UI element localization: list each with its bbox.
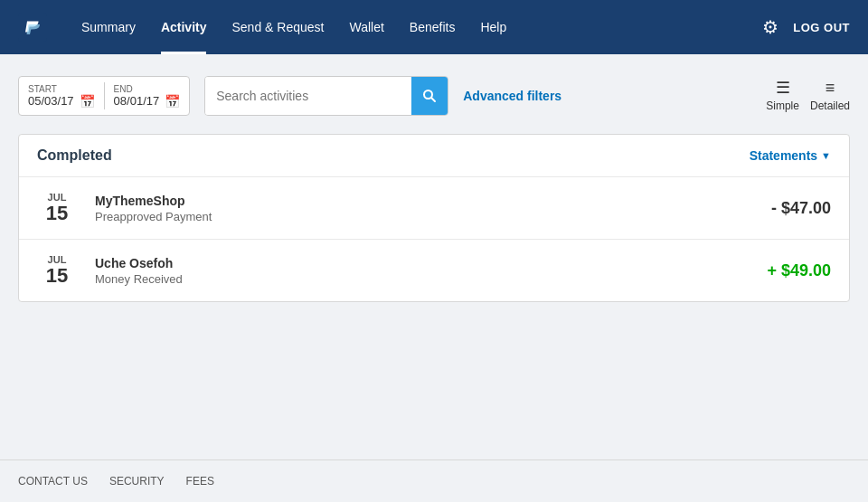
end-calendar-icon[interactable]: 📅: [165, 94, 180, 109]
chevron-down-icon: ▼: [821, 150, 831, 161]
footer-contact-us[interactable]: CONTACT US: [18, 475, 88, 488]
svg-line-2: [431, 98, 435, 101]
nav-activity[interactable]: Activity: [148, 0, 220, 54]
transaction-amount: - $47.00: [771, 199, 831, 218]
start-date-label: Start: [28, 84, 95, 94]
detailed-view-icon: ≡: [826, 80, 835, 96]
statements-label: Statements: [750, 148, 817, 163]
main-content: Start 05/03/17 📅 End 08/01/17 📅: [0, 54, 868, 459]
transaction-day: 15: [46, 265, 68, 287]
footer-security[interactable]: SECURITY: [109, 475, 165, 488]
nav-summary[interactable]: Summary: [69, 0, 148, 54]
start-date-field: Start 05/03/17 📅: [19, 77, 104, 115]
statements-button[interactable]: Statements ▼: [750, 148, 831, 163]
search-button[interactable]: [411, 77, 448, 115]
simple-view-label: Simple: [766, 99, 799, 112]
settings-icon[interactable]: ⚙: [762, 16, 778, 38]
transaction-name: Uche Osefoh: [95, 256, 767, 270]
panel-title: Completed: [37, 147, 112, 164]
search-input[interactable]: [205, 77, 411, 115]
logout-button[interactable]: LOG OUT: [793, 21, 850, 34]
footer-fees[interactable]: FEES: [186, 475, 214, 488]
end-date-field: End 08/01/17 📅: [105, 77, 190, 115]
nav-wallet[interactable]: Wallet: [336, 0, 396, 54]
transaction-day: 15: [46, 203, 68, 224]
end-date-label: End: [114, 84, 181, 94]
transaction-details: MyThemeShop Preapproved Payment: [95, 194, 771, 223]
search-box: [204, 76, 448, 116]
navbar: Summary Activity Send & Request Wallet B…: [0, 0, 868, 54]
detailed-view-label: Detailed: [810, 99, 850, 112]
view-toggle: ☰ Simple ≡ Detailed: [766, 80, 850, 112]
panel-header: Completed Statements ▼: [19, 135, 849, 177]
footer: CONTACT US SECURITY FEES: [0, 459, 868, 502]
transaction-amount: + $49.00: [767, 261, 831, 280]
nav-links: Summary Activity Send & Request Wallet B…: [69, 0, 762, 54]
nav-send-request[interactable]: Send & Request: [219, 0, 336, 54]
start-calendar-icon[interactable]: 📅: [80, 94, 95, 109]
simple-view-button[interactable]: ☰ Simple: [766, 80, 799, 112]
transaction-type: Money Received: [95, 272, 767, 286]
nav-help[interactable]: Help: [467, 0, 519, 54]
transaction-details: Uche Osefoh Money Received: [95, 256, 767, 286]
transaction-name: MyThemeShop: [95, 194, 771, 208]
transaction-row[interactable]: JUL 15 Uche Osefoh Money Received + $49.…: [19, 240, 849, 301]
end-date-value: 08/01/17: [114, 94, 160, 108]
footer-links: CONTACT US SECURITY FEES: [18, 475, 850, 488]
nav-benefits[interactable]: Benefits: [397, 0, 468, 54]
paypal-logo: [18, 13, 47, 42]
advanced-filters-link[interactable]: Advanced filters: [463, 89, 561, 103]
activity-panel: Completed Statements ▼ JUL 15 MyThemeSho…: [18, 134, 850, 302]
transaction-row[interactable]: JUL 15 MyThemeShop Preapproved Payment -…: [19, 177, 849, 240]
simple-view-icon: ☰: [776, 80, 790, 96]
detailed-view-button[interactable]: ≡ Detailed: [810, 80, 850, 112]
filter-bar: Start 05/03/17 📅 End 08/01/17 📅: [18, 76, 850, 116]
date-range-picker: Start 05/03/17 📅 End 08/01/17 📅: [18, 76, 190, 116]
transaction-date: JUL 15: [37, 192, 77, 224]
start-date-value: 05/03/17: [28, 94, 74, 108]
nav-right: ⚙ LOG OUT: [762, 16, 850, 38]
transaction-type: Preapproved Payment: [95, 210, 771, 223]
search-icon: [422, 89, 437, 103]
transaction-date: JUL 15: [37, 254, 77, 287]
